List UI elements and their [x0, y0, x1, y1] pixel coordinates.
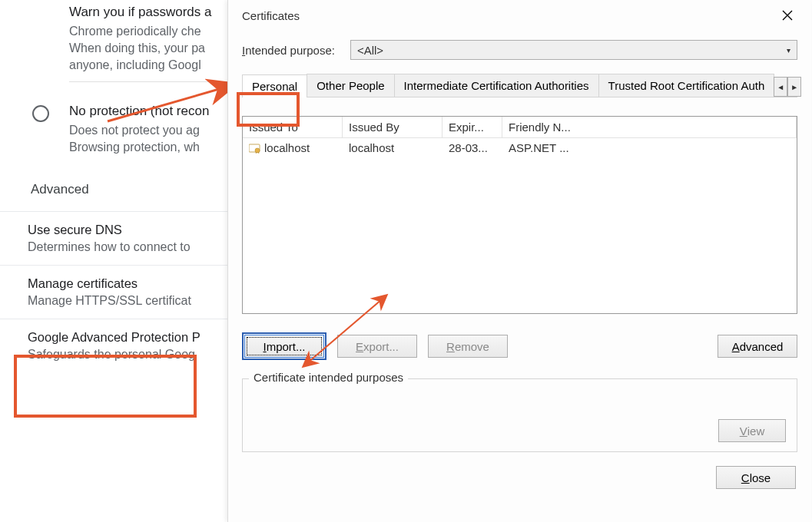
tab-personal[interactable]: Personal [242, 74, 307, 97]
manage-desc: Manage HTTPS/SSL certificat [28, 291, 230, 308]
secure-dns-row[interactable]: Use secure DNS Determines how to connect… [0, 211, 230, 265]
manage-certificates-row[interactable]: Manage certificates Manage HTTPS/SSL cer… [0, 265, 230, 319]
col-issued-by[interactable]: Issued By [343, 117, 442, 138]
tab-other-people[interactable]: Other People [307, 74, 394, 97]
annotation-highlight-manage [14, 355, 197, 418]
tab-intermediate-ca[interactable]: Intermediate Certification Authorities [394, 74, 599, 97]
col-issued-to[interactable]: Issued To [243, 117, 343, 138]
certificates-dialog: Certificates Intended purpose: <All> ▾ P… [227, 0, 811, 522]
no-protection-radio[interactable] [32, 105, 49, 122]
certificate-list[interactable]: Issued To Issued By Expir... Friendly N.… [242, 116, 797, 314]
tab-trusted-root-ca[interactable]: Trusted Root Certification Auth [598, 74, 775, 97]
purposes-groupbox: Certificate intended purposes View [242, 378, 797, 452]
table-row[interactable]: localhost localhost 28-03... ASP.NET ... [243, 138, 797, 157]
dialog-title: Certificates [242, 9, 300, 22]
import-button[interactable]: Import... [244, 335, 324, 358]
col-expiry[interactable]: Expir... [442, 117, 502, 138]
svg-point-2 [255, 148, 260, 153]
tab-scroll-left[interactable]: ◄ [774, 77, 787, 97]
tab-scroll-right[interactable]: ► [787, 77, 801, 97]
col-friendly[interactable]: Friendly N... [502, 117, 797, 138]
groupbox-label: Certificate intended purposes [249, 371, 408, 384]
gap-title: Google Advanced Protection P [28, 330, 230, 345]
chevron-down-icon: ▾ [787, 46, 790, 55]
close-button[interactable]: Close [716, 466, 796, 489]
dns-title: Use secure DNS [28, 223, 230, 237]
manage-title: Manage certificates [28, 276, 230, 291]
table-header: Issued To Issued By Expir... Friendly N.… [243, 117, 797, 138]
tabs: Personal Other People Intermediate Certi… [242, 74, 797, 97]
intended-purpose-label: Intended purpose: [242, 44, 335, 57]
remove-button[interactable]: Remove [428, 335, 508, 358]
advanced-button[interactable]: Advanced [718, 335, 797, 358]
dns-desc: Determines how to connect to [28, 237, 230, 254]
intended-purpose-select[interactable]: <All> ▾ [350, 40, 797, 60]
view-button[interactable]: View [718, 419, 786, 442]
export-button[interactable]: Export... [337, 335, 417, 358]
certificate-icon [249, 143, 261, 154]
close-icon[interactable] [776, 4, 799, 27]
